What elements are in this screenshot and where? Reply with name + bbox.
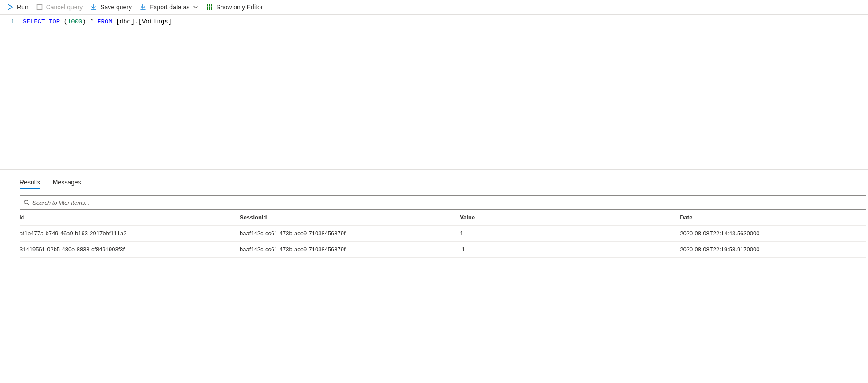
col-header-id[interactable]: Id xyxy=(20,210,240,226)
result-tabs: Results Messages xyxy=(0,170,868,189)
chevron-down-icon xyxy=(193,4,198,10)
save-query-button[interactable]: Save query xyxy=(91,4,132,11)
show-editor-label: Show only Editor xyxy=(216,4,263,11)
col-header-date[interactable]: Date xyxy=(680,210,866,226)
cell-value: -1 xyxy=(460,242,680,258)
table-row[interactable]: af1b477a-b749-46a9-b163-2917bbf111a2 baa… xyxy=(20,226,866,242)
col-header-value[interactable]: Value xyxy=(460,210,680,226)
cell-value: 1 xyxy=(460,226,680,242)
results-table: Id SessionId Value Date af1b477a-b749-46… xyxy=(20,210,866,258)
col-header-session[interactable]: SessionId xyxy=(240,210,460,226)
download-icon xyxy=(140,4,146,10)
export-label: Export data as xyxy=(150,4,189,11)
svg-rect-9 xyxy=(209,8,210,10)
filter-box[interactable] xyxy=(20,195,866,210)
svg-rect-4 xyxy=(211,4,212,6)
sql-editor[interactable]: 1 SELECT TOP (1000) * FROM [dbo].[Voting… xyxy=(0,15,868,170)
run-button[interactable]: Run xyxy=(7,4,28,11)
table-row[interactable]: 31419561-02b5-480e-8838-cf8491903f3f baa… xyxy=(20,242,866,258)
svg-marker-0 xyxy=(8,4,12,10)
cancel-query-button: Cancel query xyxy=(36,4,83,11)
show-only-editor-button[interactable]: Show only Editor xyxy=(206,4,263,11)
svg-rect-6 xyxy=(209,7,210,8)
svg-rect-5 xyxy=(207,7,208,8)
cell-date: 2020-08-08T22:14:43.5630000 xyxy=(680,226,866,242)
svg-point-11 xyxy=(24,200,28,204)
save-label: Save query xyxy=(100,4,132,11)
run-label: Run xyxy=(17,4,28,11)
search-icon xyxy=(24,199,30,206)
table-header-row: Id SessionId Value Date xyxy=(20,210,866,226)
svg-rect-2 xyxy=(207,4,208,6)
svg-rect-10 xyxy=(211,8,212,10)
svg-rect-3 xyxy=(209,4,210,6)
svg-rect-7 xyxy=(211,7,212,8)
line-number: 1 xyxy=(0,17,23,26)
toolbar: Run Cancel query Save query Export data … xyxy=(0,0,868,15)
code-content[interactable]: SELECT TOP (1000) * FROM [dbo].[Votings] xyxy=(23,17,172,26)
export-data-button[interactable]: Export data as xyxy=(140,4,198,11)
cell-session: baaf142c-cc61-473b-ace9-71038456879f xyxy=(240,226,460,242)
tab-results[interactable]: Results xyxy=(20,179,40,189)
svg-rect-8 xyxy=(207,8,208,10)
editor-line: 1 SELECT TOP (1000) * FROM [dbo].[Voting… xyxy=(0,17,868,26)
cell-id: af1b477a-b749-46a9-b163-2917bbf111a2 xyxy=(20,226,240,242)
svg-line-12 xyxy=(28,203,29,205)
svg-rect-1 xyxy=(37,5,42,10)
tab-messages[interactable]: Messages xyxy=(53,179,81,189)
cell-date: 2020-08-08T22:19:58.9170000 xyxy=(680,242,866,258)
play-icon xyxy=(7,4,13,10)
cancel-label: Cancel query xyxy=(46,4,83,11)
download-icon xyxy=(91,4,97,10)
filter-input[interactable] xyxy=(32,199,862,206)
stop-icon xyxy=(36,4,43,10)
grid-icon xyxy=(206,4,213,10)
cell-id: 31419561-02b5-480e-8838-cf8491903f3f xyxy=(20,242,240,258)
results-panel: Id SessionId Value Date af1b477a-b749-46… xyxy=(0,189,868,258)
cell-session: baaf142c-cc61-473b-ace9-71038456879f xyxy=(240,242,460,258)
